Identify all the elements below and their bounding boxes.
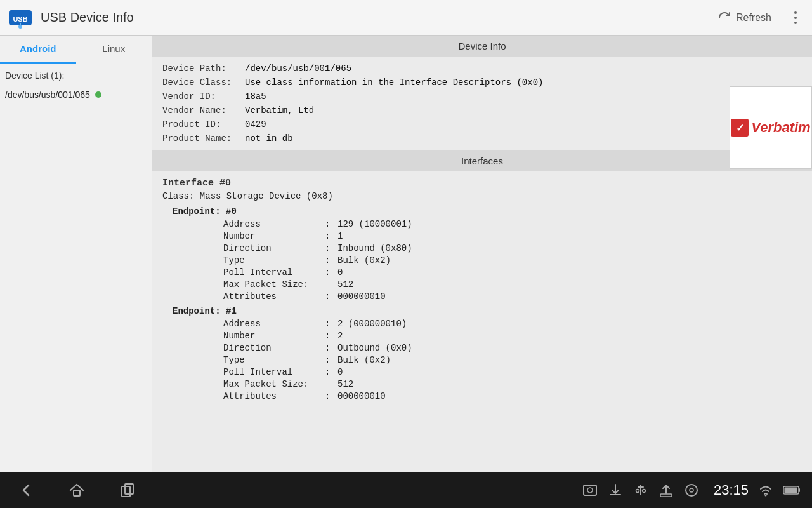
main-layout: Android Linux Device List (1): /dev/bus/… [0, 36, 812, 472]
svg-text:USB: USB [13, 15, 27, 23]
ep0-type-row: Type : Bulk (0x2) [223, 254, 802, 266]
svg-point-13 [690, 488, 693, 492]
ep1-type-value: Bulk (0x2) [337, 355, 391, 365]
ep1-type-row: Type : Bulk (0x2) [223, 354, 802, 366]
ep1-address-value: 2 (000000010) [337, 319, 407, 329]
endpoint1-block: Endpoint: #1 Address : 2 (000000010) Num… [173, 305, 802, 402]
ep0-address-label: Address [223, 219, 325, 229]
status-indicator [95, 91, 102, 98]
ep1-direction-row: Direction : Outbound (0x0) [223, 342, 802, 354]
class-value: Mass Storage Device (0x8) [200, 191, 333, 201]
ep1-attributes-value: 000000010 [337, 391, 386, 401]
device-info-table: Device Path: /dev/bus/usb/001/065 Device… [152, 57, 812, 150]
verbatim-text: Verbatim [751, 119, 810, 136]
right-panel: ✓ Verbatim Device Info Device Path: /dev… [152, 36, 812, 472]
ep1-address-label: Address [223, 319, 325, 329]
ep1-poll-row: Poll Interval : 0 [223, 366, 802, 378]
battery-icon [783, 485, 802, 496]
device-list-header: Device List (1): [0, 64, 152, 84]
usb-status-icon [632, 482, 649, 498]
ep0-direction-value: Inbound (0x80) [337, 243, 412, 253]
tab-linux[interactable]: Linux [76, 36, 152, 64]
ep0-poll-label: Poll Interval [223, 267, 325, 277]
vendor-id-row: Vendor ID: 18a5 [162, 90, 802, 104]
product-id-label: Product ID: [162, 119, 245, 130]
svg-rect-6 [125, 484, 133, 494]
ep0-poll-value: 0 [337, 267, 343, 277]
svg-rect-4 [74, 490, 80, 496]
svg-rect-11 [660, 494, 672, 497]
device-class-row: Device Class: Use class information in t… [162, 76, 802, 90]
product-name-value: not in db [245, 133, 293, 144]
ep0-number-label: Number [223, 231, 325, 241]
ep1-type-label: Type [223, 355, 325, 365]
ep1-attributes-label: Attributes [223, 391, 325, 401]
app-title: USB Device Info [41, 10, 709, 25]
vendor-name-label: Vendor Name: [162, 105, 245, 116]
vendor-name-value: Verbatim, Ltd [245, 105, 314, 116]
ep1-direction-label: Direction [223, 343, 325, 353]
clock: 23:15 [714, 482, 749, 498]
status-icons: 23:15 [582, 482, 802, 498]
ep1-number-label: Number [223, 331, 325, 341]
ep0-direction-label: Direction [223, 243, 325, 253]
vendor-logo: ✓ Verbatim [730, 86, 812, 169]
back-button[interactable] [10, 478, 42, 503]
endpoint1-title: Endpoint: #1 [173, 305, 802, 318]
device-path-label: Device Path: [162, 64, 245, 74]
vendor-name-row: Vendor Name: Verbatim, Ltd [162, 104, 802, 117]
ep0-address-row: Address : 129 (10000001) [223, 218, 802, 230]
device-info-header: Device Info [152, 36, 812, 57]
refresh-button[interactable]: Refresh [709, 5, 779, 30]
endpoint0-title: Endpoint: #0 [173, 205, 802, 218]
ep0-type-value: Bulk (0x2) [337, 255, 391, 265]
ep0-number-row: Number : 1 [223, 230, 802, 242]
top-bar: USB USB Device Info Refresh [0, 0, 812, 36]
device-path-label: /dev/bus/usb/001/065 [5, 90, 90, 100]
ep0-address-value: 129 (10000001) [337, 219, 412, 229]
recents-button[interactable] [112, 478, 143, 503]
device-path-value: /dev/bus/usb/001/065 [245, 64, 351, 74]
device-class-value: Use class information in the Interface D… [245, 77, 543, 88]
ep1-maxpacket-value: 512 [337, 379, 353, 389]
interface0-section: Interface #0 Class: Mass Storage Device … [152, 171, 812, 402]
misc-icon [683, 482, 700, 498]
svg-point-12 [686, 485, 697, 496]
ep1-number-value: 2 [337, 331, 343, 341]
wifi-icon [757, 482, 774, 498]
ep0-maxpacket-label: Max Packet Size: [223, 279, 325, 290]
ep0-attributes-value: 000000010 [337, 291, 386, 302]
ep1-maxpacket-label: Max Packet Size: [223, 379, 325, 389]
ep1-direction-value: Outbound (0x0) [337, 343, 412, 353]
svg-rect-16 [785, 488, 797, 493]
ep1-maxpacket-row: Max Packet Size: 512 [223, 378, 802, 390]
tab-android[interactable]: Android [0, 36, 76, 64]
device-path-row: Device Path: /dev/bus/usb/001/065 [162, 62, 802, 76]
ep1-poll-value: 0 [337, 367, 343, 377]
home-button[interactable] [61, 478, 93, 503]
svg-point-10 [642, 490, 645, 493]
svg-point-2 [18, 25, 22, 29]
device-list-item[interactable]: /dev/bus/usb/001/065 [0, 84, 152, 105]
product-id-value: 0429 [245, 119, 266, 130]
tab-bar: Android Linux [0, 36, 152, 64]
svg-point-9 [636, 490, 639, 493]
bottom-nav-bar: 23:15 [0, 472, 812, 508]
class-label: Class: [162, 191, 194, 201]
menu-button[interactable] [784, 6, 807, 29]
ep0-maxpacket-row: Max Packet Size: 512 [223, 278, 802, 290]
upload-icon [658, 482, 674, 498]
ep1-poll-label: Poll Interval [223, 367, 325, 377]
ep0-number-value: 1 [337, 231, 343, 241]
vendor-id-value: 18a5 [245, 91, 266, 102]
refresh-label: Refresh [736, 12, 771, 23]
ep1-number-row: Number : 2 [223, 330, 802, 342]
vendor-id-label: Vendor ID: [162, 91, 245, 102]
ep0-type-label: Type [223, 255, 325, 265]
ep0-maxpacket-value: 512 [337, 279, 353, 290]
product-id-row: Product ID: 0429 [162, 117, 802, 131]
ep1-attributes-row: Attributes : 000000010 [223, 390, 802, 402]
device-class-label: Device Class: [162, 77, 245, 88]
endpoint0-block: Endpoint: #0 Address : 129 (10000001) Nu… [173, 205, 802, 302]
ep1-address-row: Address : 2 (000000010) [223, 318, 802, 330]
